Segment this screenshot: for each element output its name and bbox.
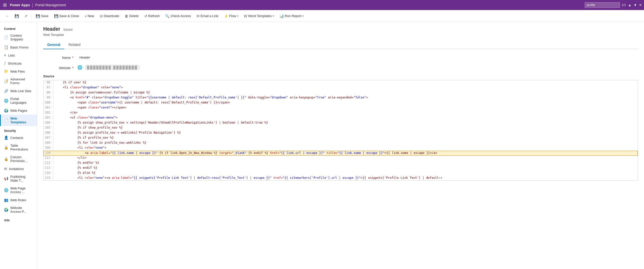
- back-button[interactable]: ←: [3, 13, 12, 20]
- content-snippets-icon: 📄: [4, 35, 8, 39]
- web-link-sets-icon: 🔗: [4, 89, 8, 93]
- deactivate-button[interactable]: ⊘ Deactivate: [97, 13, 122, 20]
- sidebar-item-basic-forms[interactable]: 📋 Basic Forms: [0, 43, 37, 51]
- main-layout: Content 📄 Content Snippets 📋 Basic Forms…: [0, 22, 644, 269]
- website-display-value[interactable]: ████████ ████████: [84, 65, 140, 70]
- search-input[interactable]: [585, 2, 620, 8]
- save-close-button[interactable]: 💾 Save & Close: [52, 13, 82, 20]
- sidebar-label-table-permissions: Table Permissions: [10, 144, 33, 151]
- waffle-icon[interactable]: ⊞: [2, 1, 8, 9]
- line-code-98: {% assign username=user.fullname | escap…: [54, 90, 638, 94]
- sidebar-item-invitations[interactable]: ✉ Invitations: [0, 165, 37, 173]
- word-templates-arrow: ▾: [273, 15, 274, 17]
- sidebar-item-web-roles[interactable]: 👥 Web Roles: [0, 196, 37, 204]
- sidebar-item-portal-languages[interactable]: 🌐 Portal Languages: [0, 95, 37, 106]
- shortcuts-icon: ⤴: [4, 61, 6, 65]
- ads-section-header: Ads: [0, 216, 37, 223]
- sidebar-item-web-files[interactable]: 📁 Web Files: [0, 67, 37, 75]
- code-line-110: 110 <a aria-label="{{ link.name | escape…: [43, 151, 638, 156]
- delete-button[interactable]: 🗑 Delete: [122, 13, 141, 20]
- sidebar-item-publishing-state[interactable]: 📢 Publishing State T...: [0, 173, 37, 184]
- sidebar-item-web-templates[interactable]: 📄 Web Templates: [0, 115, 37, 126]
- line-code-104: {% assign show_profile_nav = settings['H…: [54, 121, 638, 125]
- share-button[interactable]: ↗: [22, 13, 30, 20]
- sidebar-label-publishing-state: Publishing State T...: [10, 175, 33, 182]
- code-line-111: 111 </li>: [43, 156, 638, 161]
- sidebar-label-web-files: Web Files: [10, 70, 25, 73]
- flow-button[interactable]: ⚡ Flow ▾: [221, 13, 241, 20]
- sidebar-item-website-access[interactable]: 🌍 Website Access P...: [0, 204, 37, 216]
- tab-related[interactable]: Related: [64, 41, 84, 49]
- line-code-110: <a aria-label="{{ link.name | escape }}"…: [54, 151, 637, 155]
- sidebar-label-column-permissions: Column Permissio...: [10, 155, 33, 163]
- nav-close-button[interactable]: ✕: [639, 3, 642, 7]
- line-num-106: 106: [43, 131, 54, 134]
- word-templates-button[interactable]: W Word Templates ▾: [241, 13, 277, 20]
- line-num-102: 102: [43, 111, 54, 114]
- sidebar-item-contacts[interactable]: 👤 Contacts: [0, 134, 37, 142]
- sidebar-item-web-pages[interactable]: 🌍 Web Pages: [0, 106, 37, 115]
- code-line-107: 107 {% if profile_nav %}: [43, 136, 638, 141]
- new-button[interactable]: + New: [82, 13, 97, 20]
- check-access-label: Check Access: [170, 14, 191, 18]
- code-line-106: 106 {% assign profile_nav = weblinks['Pr…: [43, 131, 638, 136]
- flow-arrow: ▾: [237, 15, 238, 17]
- nav-down-button[interactable]: ▼: [633, 3, 637, 7]
- sidebar-label-shortcuts: Shortcuts: [8, 62, 22, 65]
- refresh-button[interactable]: ↺ Refresh: [142, 13, 162, 20]
- security-section-header: Security: [0, 126, 37, 134]
- code-line-115: 115 <li role="none"><a aria-label="{{ sn…: [43, 176, 638, 181]
- line-code-97: <li class="dropdown" role="none">: [54, 85, 638, 89]
- line-code-111: </li>: [54, 156, 638, 160]
- nav-up-button[interactable]: ▲: [628, 3, 631, 7]
- sidebar-item-lists[interactable]: ≡ Lists: [0, 51, 37, 59]
- portal-title: Portal Management: [35, 3, 66, 7]
- sidebar-label-basic-forms: Basic Forms: [10, 45, 28, 49]
- save-button[interactable]: 💾 Save: [33, 13, 51, 20]
- line-num-105: 105: [43, 126, 54, 129]
- sidebar-item-web-link-sets[interactable]: 🔗 Web Link Sets: [0, 87, 37, 95]
- sidebar-item-column-permissions[interactable]: 🔒 Column Permissio...: [0, 153, 37, 165]
- code-editor[interactable]: 96 {% if user %} 97 <li class="dropdown"…: [43, 80, 638, 181]
- save-record-icon-button[interactable]: 💾: [12, 13, 21, 20]
- code-line-96: 96 {% if user %}: [43, 80, 638, 85]
- run-report-button[interactable]: 📊 Run Report ▾: [277, 13, 306, 20]
- run-report-arrow: ▾: [302, 15, 304, 17]
- email-link-button[interactable]: ✉ Email a Link: [194, 13, 221, 20]
- web-templates-icon: 📄: [4, 118, 8, 122]
- line-code-114: {% else %}: [54, 171, 638, 175]
- line-code-108: {% for link in profile_nav.weblinks %}: [54, 141, 638, 145]
- page-saved-indicator: Saved: [63, 28, 73, 31]
- sidebar-item-shortcuts[interactable]: ⤴ Shortcuts: [0, 59, 37, 67]
- sidebar-item-web-page-access[interactable]: 🌐 Web Page Access ...: [0, 184, 37, 196]
- sidebar-item-advanced-forms[interactable]: 📝 Advanced Forms: [0, 75, 37, 87]
- sidebar-item-table-permissions[interactable]: 🔒 Table Permissions: [0, 142, 37, 153]
- portal-languages-icon: 🌐: [4, 99, 8, 103]
- code-line-103: 103 <ul class="dropdown-menu">: [43, 116, 638, 121]
- column-permissions-icon: 🔒: [4, 157, 8, 161]
- lists-icon: ≡: [4, 53, 6, 57]
- line-code-103: <ul class="dropdown-menu">: [54, 116, 638, 120]
- line-num-107: 107: [43, 136, 54, 139]
- sidebar-item-content-snippets[interactable]: 📄 Content Snippets: [0, 32, 37, 43]
- line-num-110: 110: [44, 151, 54, 155]
- save-close-icon: 💾: [54, 14, 58, 18]
- word-templates-icon: W: [244, 14, 247, 18]
- line-num-97: 97: [43, 85, 54, 89]
- check-access-button[interactable]: 🔍 Check Access: [163, 13, 194, 20]
- code-line-113: 113 {% endif %}: [43, 166, 638, 171]
- code-line-109: 109 <li role="none">: [43, 146, 638, 151]
- basic-forms-icon: 📋: [4, 45, 8, 49]
- advanced-forms-icon: 📝: [4, 79, 8, 83]
- code-line-101: 101 <span class="caret"></span>: [43, 105, 638, 111]
- web-files-icon: 📁: [4, 69, 8, 73]
- line-num-114: 114: [43, 171, 54, 175]
- line-code-109: <li role="none">: [54, 146, 638, 150]
- code-line-98: 98 {% assign username=user.fullname | es…: [43, 90, 638, 95]
- name-field-row: Name * Header: [43, 54, 638, 61]
- line-num-99: 99: [43, 95, 54, 99]
- line-num-101: 101: [43, 105, 54, 109]
- tab-general[interactable]: General: [43, 41, 64, 49]
- cmd-sep-1: [31, 14, 32, 19]
- content-section-header: Content: [0, 24, 37, 32]
